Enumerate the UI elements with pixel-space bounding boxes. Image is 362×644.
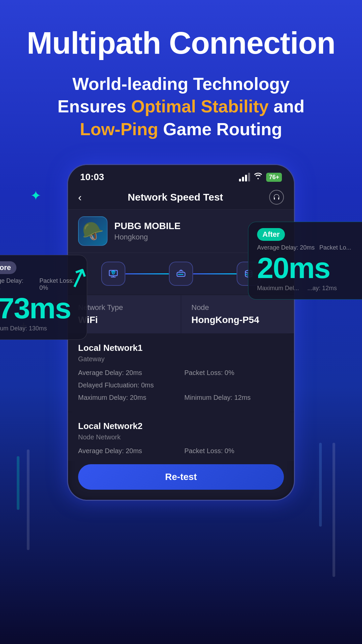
stat-avg-delay: Average Delay: 20ms [78,368,178,378]
before-label: Before [0,261,16,274]
stat2-avg-delay: Average Delay: 20ms [78,446,178,456]
after-bubble: After Average Delay: 20ms Packet Lo... 2… [248,222,362,300]
subtitle-highlight2: Low-Ping [80,119,158,139]
path-node-router [169,262,193,286]
app-title: Network Speed Test [128,192,223,203]
before-avg-delay: Average Delay: 173ms [0,277,35,291]
battery-icon: 76+ [266,173,282,182]
network-type-label: Network Type [78,303,171,312]
path-node-device [101,262,125,286]
game-name: PUBG MOBILE [114,221,181,231]
headset-icon[interactable] [269,190,284,205]
after-max-delay: Maximum Del... [257,285,306,291]
wifi-icon [253,172,263,182]
subtitle-prefix: Ensures [58,97,131,116]
back-button[interactable]: ‹ [78,191,82,204]
local-network2-section: Local Network2 Node Network Average Dela… [68,412,294,461]
local-network2-subtitle: Node Network [78,433,284,441]
local-network2-stats: Average Delay: 20ms Packet Loss: 0% [78,446,284,456]
before-stats-top: Average Delay: 173ms Packet Loss: 0% [0,277,78,291]
local-network1-section: Local Network1 Gateway Average Delay: 20… [68,334,294,412]
local-network1-subtitle: Gateway [78,355,284,363]
node-value: HongKong-P54 [191,315,284,325]
before-big-number: 173ms [0,293,78,323]
signal-bars-icon [239,173,250,181]
network-info-row: Network Type WiFi Node HongKong-P54 [68,295,294,333]
path-line-2 [193,273,237,274]
signal-bar-3 [245,175,247,181]
stat2-packet-loss: Packet Loss: 0% [184,446,284,456]
stat-min-delay: Minimum Delay: 12ms [184,392,284,403]
stat-max-delay: Maximum Delay: 20ms [78,392,178,403]
after-packet-loss: Packet Lo... [319,244,351,251]
svg-point-1 [112,272,114,274]
status-time: 10:03 [80,172,104,182]
signal-bar-1 [239,179,241,181]
after-stats-top: Average Delay: 20ms Packet Lo... [257,244,362,251]
phone-mockup: 10:03 76+ ‹ Network Speed Test [67,164,295,501]
subtitle-suffix: and [269,97,305,116]
stat-empty [184,380,284,390]
subtitle-line1: World-leading Technology [72,74,290,94]
local-network2-title: Local Network2 [78,421,284,431]
signal-bar-2 [242,177,244,181]
main-title: Multipath Connection [20,27,342,59]
local-network1-stats: Average Delay: 20ms Packet Loss: 0% Dela… [78,368,284,403]
stat-packet-loss: Packet Loss: 0% [184,368,284,378]
subtitle: World-leading Technology Ensures Optimal… [20,73,342,141]
after-avg-delay: Average Delay: 20ms [257,244,315,251]
status-bar: 10:03 76+ [68,165,294,185]
phone-container: 10:03 76+ ‹ Network Speed Test [0,164,362,501]
subtitle-highlight1: Optimal Stability [131,97,268,116]
after-min-delay: ...ay: 12ms [307,285,337,291]
node-label: Node [191,303,284,312]
stat-delayed-fluct: Delayed Fluctuation: 0ms [78,380,178,390]
after-big-number: 20ms [257,253,362,283]
after-more-stats: Maximum Del... ...ay: 12ms [257,285,362,292]
game-details: PUBG MOBILE Hongkong [114,221,181,241]
header-section: Multipath Connection World-leading Techn… [0,0,362,154]
local-network1-title: Local Network1 [78,343,284,353]
before-more-stats: Maximum Delay: 130ms [0,325,78,332]
status-icons: 76+ [239,172,282,182]
subtitle-line3-suffix: Game Routing [158,119,282,139]
retest-button[interactable]: Re-test [78,464,284,490]
path-line-1 [125,273,169,274]
game-icon: 🪖 [78,216,108,246]
network-type-value: WiFi [78,315,171,325]
signal-bar-4 [248,173,250,181]
game-region: Hongkong [114,233,181,241]
after-label: After [257,228,285,241]
node-card: Node HongKong-P54 [181,295,294,333]
app-header: ‹ Network Speed Test [68,185,294,210]
